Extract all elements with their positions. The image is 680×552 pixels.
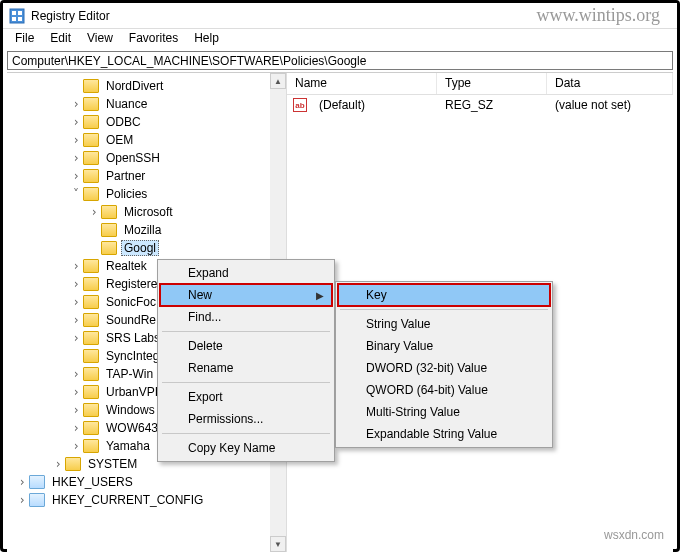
tree-item-microsoft[interactable]: ›Microsoft	[7, 203, 286, 221]
folder-icon	[83, 97, 99, 111]
tree-item-oem[interactable]: ›OEM	[7, 131, 286, 149]
folder-icon	[83, 331, 99, 345]
expand-icon[interactable]: ›	[69, 313, 83, 327]
tree-item-label: WOW643	[103, 420, 161, 436]
tree-item-odbc[interactable]: ›ODBC	[7, 113, 286, 131]
expand-icon[interactable]: ›	[69, 439, 83, 453]
value-name: (Default)	[311, 96, 437, 114]
folder-icon	[83, 187, 99, 201]
expand-icon[interactable]: ›	[15, 493, 29, 507]
expand-icon[interactable]: ›	[69, 151, 83, 165]
tree-item-label: ODBC	[103, 114, 144, 130]
folder-icon	[83, 439, 99, 453]
tree-item-label: Microsoft	[121, 204, 176, 220]
scroll-down-icon[interactable]: ▼	[270, 536, 286, 552]
ctx-new-qword[interactable]: QWORD (64-bit) Value	[338, 379, 550, 401]
folder-icon	[101, 241, 117, 255]
menubar: File Edit View Favorites Help	[3, 29, 677, 49]
expand-icon[interactable]: ˅	[69, 187, 83, 201]
ctx-find[interactable]: Find...	[160, 306, 332, 328]
tree-item-google[interactable]: Googl	[7, 239, 286, 257]
menu-edit[interactable]: Edit	[42, 29, 79, 49]
folder-icon	[83, 349, 99, 363]
expand-icon[interactable]: ›	[15, 475, 29, 489]
ctx-expand[interactable]: Expand	[160, 262, 332, 284]
ctx-rename[interactable]: Rename	[160, 357, 332, 379]
context-menu: Expand New ▶ Find... Delete Rename Expor…	[157, 259, 335, 462]
list-row[interactable]: ab (Default) REG_SZ (value not set)	[287, 95, 673, 115]
tree-item-label: SYSTEM	[85, 456, 140, 472]
tree-item-label: HKEY_USERS	[49, 474, 136, 490]
tree-item-mozilla[interactable]: Mozilla	[7, 221, 286, 239]
separator	[340, 309, 548, 310]
tree-item-nuance[interactable]: ›Nuance	[7, 95, 286, 113]
separator	[162, 382, 330, 383]
folder-icon	[83, 385, 99, 399]
expand-icon[interactable]: ›	[69, 277, 83, 291]
tree-item-label: Partner	[103, 168, 148, 184]
tree-item-label: OEM	[103, 132, 136, 148]
folder-icon	[83, 313, 99, 327]
folder-icon	[83, 151, 99, 165]
svg-rect-1	[12, 11, 16, 15]
expand-icon[interactable]: ›	[69, 403, 83, 417]
folder-icon	[83, 115, 99, 129]
expand-icon[interactable]: ›	[69, 169, 83, 183]
expand-icon[interactable]: ›	[69, 367, 83, 381]
tree-item-label: Yamaha	[103, 438, 153, 454]
expand-icon[interactable]: ›	[87, 205, 101, 219]
tree-item-hkey-current-config[interactable]: ›HKEY_CURRENT_CONFIG	[7, 491, 286, 509]
window-title: Registry Editor	[31, 9, 110, 23]
ctx-new-binary[interactable]: Binary Value	[338, 335, 550, 357]
col-data-header[interactable]: Data	[547, 73, 673, 94]
list-header: Name Type Data	[287, 73, 673, 95]
col-type-header[interactable]: Type	[437, 73, 547, 94]
separator	[162, 331, 330, 332]
expand-icon[interactable]: ›	[69, 97, 83, 111]
menu-favorites[interactable]: Favorites	[121, 29, 186, 49]
address-bar[interactable]: Computer\HKEY_LOCAL_MACHINE\SOFTWARE\Pol…	[7, 51, 673, 70]
expand-icon[interactable]: ›	[69, 259, 83, 273]
ctx-new-string[interactable]: String Value	[338, 313, 550, 335]
expand-icon[interactable]: ›	[69, 115, 83, 129]
menu-help[interactable]: Help	[186, 29, 227, 49]
ctx-delete[interactable]: Delete	[160, 335, 332, 357]
ctx-export[interactable]: Export	[160, 386, 332, 408]
tree-item-label: Mozilla	[121, 222, 164, 238]
expand-icon[interactable]: ›	[69, 295, 83, 309]
tree-item-hkey-users[interactable]: ›HKEY_USERS	[7, 473, 286, 491]
ctx-new[interactable]: New ▶	[160, 284, 332, 306]
titlebar: Registry Editor	[3, 3, 677, 29]
expand-icon[interactable]: ›	[69, 421, 83, 435]
ctx-permissions[interactable]: Permissions...	[160, 408, 332, 430]
tree-item-label: Registere	[103, 276, 160, 292]
svg-rect-4	[18, 17, 22, 21]
tree-item-label: TAP-Win	[103, 366, 156, 382]
tree-item-norddivert[interactable]: NordDivert	[7, 77, 286, 95]
value-data: (value not set)	[547, 96, 639, 114]
folder-icon	[83, 367, 99, 381]
context-submenu-new: Key String Value Binary Value DWORD (32-…	[335, 281, 553, 448]
folder-icon	[29, 475, 45, 489]
menu-file[interactable]: File	[7, 29, 42, 49]
tree-item-label: Nuance	[103, 96, 150, 112]
ctx-new-dword[interactable]: DWORD (32-bit) Value	[338, 357, 550, 379]
expand-icon[interactable]: ›	[69, 133, 83, 147]
tree-item-label: NordDivert	[103, 78, 166, 94]
menu-view[interactable]: View	[79, 29, 121, 49]
ctx-new-key[interactable]: Key	[338, 284, 550, 306]
scroll-up-icon[interactable]: ▲	[270, 73, 286, 89]
folder-icon	[101, 223, 117, 237]
expand-icon[interactable]: ›	[51, 457, 65, 471]
tree-item-partner[interactable]: ›Partner	[7, 167, 286, 185]
svg-rect-3	[12, 17, 16, 21]
tree-item-openssh[interactable]: ›OpenSSH	[7, 149, 286, 167]
ctx-copy-key-name[interactable]: Copy Key Name	[160, 437, 332, 459]
tree-item-policies[interactable]: ˅Policies	[7, 185, 286, 203]
expand-icon[interactable]: ›	[69, 331, 83, 345]
folder-icon	[29, 493, 45, 507]
col-name-header[interactable]: Name	[287, 73, 437, 94]
expand-icon[interactable]: ›	[69, 385, 83, 399]
ctx-new-multistring[interactable]: Multi-String Value	[338, 401, 550, 423]
ctx-new-expstring[interactable]: Expandable String Value	[338, 423, 550, 445]
